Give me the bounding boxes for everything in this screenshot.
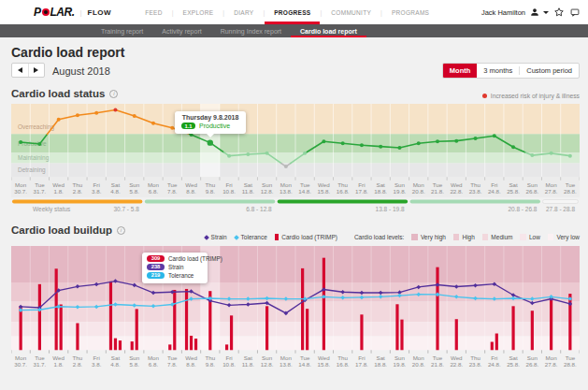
subnav-activity-report[interactable]: Activity report [152,24,210,37]
legend-level-high: High [453,234,475,240]
svg-text:Tue: Tue [35,354,45,361]
nav-item-community[interactable]: COMMUNITY [322,0,380,24]
period-button-3-months[interactable]: 3 months [477,64,519,78]
svg-text:Sun: Sun [262,354,273,361]
svg-text:22.8.: 22.8. [450,188,463,195]
svg-text:5.8.: 5.8. [130,188,140,195]
tooltip-row: 309Cardio load (TRIMP) [142,255,208,262]
svg-text:24.8.: 24.8. [488,361,501,368]
svg-text:Fri: Fri [358,354,365,361]
period-button-custom-period[interactable]: Custom period [520,64,579,78]
subnav-cardio-load-report[interactable]: Cardio load report [291,24,366,37]
svg-text:Tue: Tue [433,354,443,361]
status-x-axis: Mon30.7.Tue31.7.Wed1.8.Thu2.8.Fri3.8.Sat… [11,177,580,197]
svg-text:Thu: Thu [205,354,215,361]
svg-text:Sat: Sat [509,181,518,188]
chat-icon[interactable] [569,7,581,18]
status-section-heading: Cardio load status i [11,88,118,99]
svg-text:31.7.: 31.7. [34,361,47,368]
svg-text:2.8.: 2.8. [73,188,83,195]
cardio-load-buildup-chart[interactable]: Mon30.7.Tue31.7.Wed1.8.Thu2.8.Fri3.8.Sat… [11,246,580,369]
svg-text:Thu: Thu [73,354,83,361]
svg-text:19.8.: 19.8. [394,188,407,195]
nav-item-progress[interactable]: PROGRESS [265,0,320,24]
subnav-running-index-report[interactable]: Running Index report [211,24,291,37]
chevron-down-icon[interactable] [543,11,549,14]
svg-text:Tue: Tue [300,354,310,361]
svg-text:10.8.: 10.8. [222,188,236,195]
svg-text:Mon: Mon [280,354,293,361]
prev-period-button[interactable] [12,64,29,77]
tolerance-marker-icon [234,235,239,240]
nav-item-programs[interactable]: PROGRAMS [382,0,438,24]
svg-text:Wed: Wed [185,181,197,188]
svg-text:Sun: Sun [394,181,406,188]
svg-text:28.8.: 28.8. [564,188,577,195]
svg-text:Tue: Tue [566,181,576,188]
status-tooltip: Thursday 9.8.2018 1.1 Productive [175,111,246,134]
level-swatch-icon [411,234,418,240]
svg-text:Mon: Mon [148,181,160,188]
svg-text:Sun: Sun [527,354,538,361]
status-value-pill: 1.1 [181,123,195,129]
svg-text:11.8.: 11.8. [242,188,255,195]
legend-tolerance: Tolerance [235,234,267,240]
status-bands: OverreachingProductiveMaintainingDetrain… [11,104,580,177]
svg-text:23.8.: 23.8. [469,361,482,368]
svg-text:4.8.: 4.8. [110,188,121,195]
svg-text:Wed: Wed [185,354,197,361]
svg-text:Sun: Sun [129,354,140,361]
svg-text:26.8.: 26.8. [525,361,538,368]
svg-text:25.8.: 25.8. [507,361,520,368]
flow-label[interactable]: FLOW [88,8,112,17]
info-icon[interactable]: i [109,90,118,98]
svg-text:Mon: Mon [15,181,27,188]
info-icon[interactable]: i [117,226,125,235]
trimp-marker-icon [275,234,280,240]
svg-text:Thu: Thu [470,354,480,361]
svg-text:Fri: Fri [491,181,497,188]
svg-text:Thu: Thu [73,181,83,188]
user-icon[interactable] [530,7,539,17]
svg-text:7.8.: 7.8. [167,188,178,195]
svg-text:9.8.: 9.8. [206,361,216,368]
nav-item-feed[interactable]: FEED [136,0,172,24]
polar-logo-o-icon [42,8,50,16]
buildup-legend: StrainToleranceCardio load (TRIMP)Cardio… [205,234,580,240]
svg-text:8.8.: 8.8. [186,361,196,368]
nav-item-diary[interactable]: DIARY [224,0,263,24]
risk-dot-icon [482,94,487,98]
svg-text:21.8.: 21.8. [431,361,444,368]
nav-item-explore[interactable]: EXPLORE [174,0,223,24]
svg-text:24.8.: 24.8. [488,188,501,195]
svg-text:Maintaining: Maintaining [18,154,50,162]
top-header: PLAR. | FLOW FEED|EXPLORE|DIARY|PROGRESS… [0,0,588,24]
svg-text:Sat: Sat [244,181,253,188]
user-name[interactable]: Jack Hamilton [481,8,525,17]
next-period-button[interactable] [29,64,45,77]
subnav-training-report[interactable]: Training report [92,24,152,37]
star-icon[interactable] [553,7,565,18]
cardio-load-status-chart[interactable]: OverreachingProductiveMaintainingDetrain… [11,104,580,218]
svg-text:8.8.: 8.8. [186,188,196,195]
svg-text:Thu: Thu [205,181,215,188]
svg-text:30.7.: 30.7. [14,361,27,368]
svg-text:1.8.: 1.8. [54,188,65,195]
svg-text:Sat: Sat [111,354,121,361]
svg-text:18.8.: 18.8. [374,188,387,195]
svg-text:Wed: Wed [318,354,330,361]
polar-logo[interactable]: PLAR. | FLOW [34,0,111,24]
period-button-month[interactable]: Month [443,64,478,78]
polar-flow-app: PLAR. | FLOW FEED|EXPLORE|DIARY|PROGRESS… [0,0,588,390]
svg-text:Mon: Mon [546,354,558,361]
svg-text:Sat: Sat [509,354,518,361]
svg-text:20.8.: 20.8. [412,361,425,368]
svg-text:15.8.: 15.8. [318,188,331,195]
svg-text:Tue: Tue [566,354,576,361]
svg-text:Fri: Fri [491,354,497,361]
svg-text:Wed: Wed [451,181,463,188]
svg-text:16.8.: 16.8. [337,188,350,195]
svg-text:Fri: Fri [225,354,232,361]
svg-text:Fri: Fri [358,181,365,188]
svg-text:14.8.: 14.8. [298,188,311,195]
